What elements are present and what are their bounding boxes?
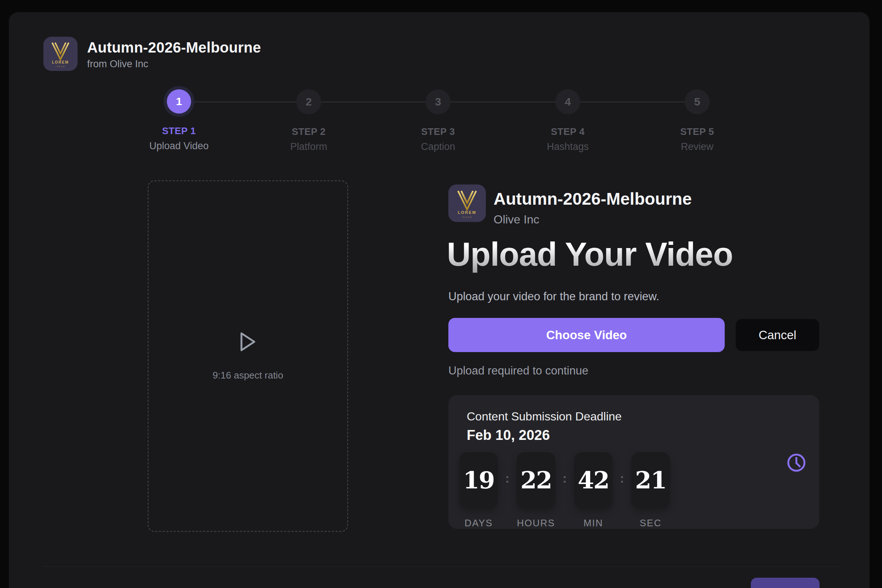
choose-video-button[interactable]: Choose Video xyxy=(448,318,725,352)
countdown-tile: 19 xyxy=(459,452,498,508)
clock-icon xyxy=(786,452,807,473)
countdown-value: 21 xyxy=(635,466,666,494)
page: { "logo": { "line1": "LOREM", "line2": "… xyxy=(0,0,882,588)
cancel-button[interactable]: Cancel xyxy=(736,319,819,351)
countdown-separator: : xyxy=(555,471,574,486)
logo-word: LOREM xyxy=(52,60,69,64)
aspect-ratio-label: 9:16 aspect ratio xyxy=(212,370,283,381)
stepper-step-upload-video[interactable]: 1 STEP 1 Upload Video xyxy=(131,89,227,152)
countdown: 19 DAYS : 22 HOURS : 42 MIN : 21 xyxy=(459,452,670,529)
step-heading: Upload Your Video xyxy=(447,236,733,273)
countdown-tile: 42 xyxy=(574,452,613,508)
step-circle: 4 xyxy=(555,89,580,114)
countdown-minutes: 42 MIN xyxy=(574,452,613,529)
deadline-date: Feb 10, 2026 xyxy=(467,428,550,443)
countdown-separator: : xyxy=(613,471,632,486)
countdown-seconds: 21 SEC xyxy=(632,452,670,529)
upload-required-helper: Upload required to continue xyxy=(448,364,588,377)
step-circle: 2 xyxy=(296,89,321,114)
logo-word: LOREM xyxy=(458,210,477,214)
step-circle: 3 xyxy=(426,89,450,114)
campaign-brand: Olive Inc xyxy=(494,213,539,226)
countdown-value: 42 xyxy=(578,466,609,494)
play-icon xyxy=(240,332,256,352)
countdown-days: 19 DAYS xyxy=(459,452,498,529)
step-name: Upload Video xyxy=(149,140,209,152)
countdown-value: 19 xyxy=(463,466,494,494)
countdown-unit: DAYS xyxy=(465,518,493,529)
countdown-unit: HOURS xyxy=(517,518,555,529)
stepper-step-hashtags[interactable]: 4 STEP 4 Hashtags xyxy=(520,89,616,153)
stepper-step-caption[interactable]: 3 STEP 3 Caption xyxy=(390,89,486,153)
countdown-tile: 22 xyxy=(517,452,555,508)
page-subtitle: from Olive Inc xyxy=(87,58,148,70)
countdown-hours: 22 HOURS xyxy=(517,452,555,529)
footer-divider xyxy=(44,566,838,567)
step-circle: 5 xyxy=(685,89,710,114)
campaign-logo: LOREM IPSUM xyxy=(448,184,486,222)
step-name: Platform xyxy=(290,141,327,153)
main-panel: LOREM IPSUM Autumn-2026-Melbourne from O… xyxy=(9,12,870,588)
countdown-value: 22 xyxy=(520,466,552,494)
next-button[interactable] xyxy=(751,578,819,588)
campaign-title: Autumn-2026-Melbourne xyxy=(494,189,692,209)
video-preview-dropzone[interactable]: 9:16 aspect ratio xyxy=(148,180,348,532)
brand-logo: LOREM IPSUM xyxy=(44,37,78,71)
deadline-card: Content Submission Deadline Feb 10, 2026… xyxy=(448,395,819,529)
logo-subword: IPSUM xyxy=(56,65,65,68)
step-name: Review xyxy=(681,141,714,153)
step-name: Hashtags xyxy=(547,141,589,153)
countdown-tile: 21 xyxy=(632,452,670,508)
step-description: Upload your video for the brand to revie… xyxy=(448,290,659,303)
countdown-unit: MIN xyxy=(584,518,603,529)
step-label: STEP 4 xyxy=(551,126,585,138)
stepper-step-platform[interactable]: 2 STEP 2 Platform xyxy=(261,89,357,153)
logo-subword: IPSUM xyxy=(462,216,472,218)
step-label: STEP 2 xyxy=(292,126,326,138)
step-label: STEP 1 xyxy=(162,125,196,137)
step-label: STEP 5 xyxy=(680,126,714,138)
stepper-step-review[interactable]: 5 STEP 5 Review xyxy=(650,89,745,153)
step-circle: 1 xyxy=(167,89,191,114)
step-name: Caption xyxy=(421,141,455,153)
countdown-separator: : xyxy=(498,471,517,486)
deadline-title: Content Submission Deadline xyxy=(467,410,622,423)
page-title: Autumn-2026-Melbourne xyxy=(87,39,261,56)
countdown-unit: SEC xyxy=(640,518,662,529)
step-label: STEP 3 xyxy=(421,126,455,138)
